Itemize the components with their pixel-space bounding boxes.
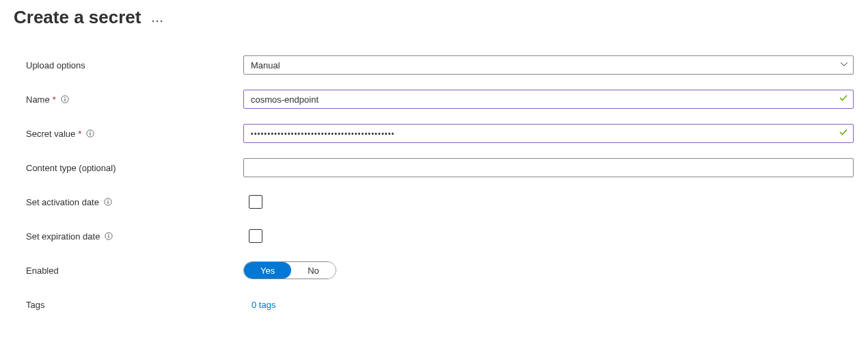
label-text: Set expiration date	[26, 231, 100, 242]
svg-rect-5	[64, 99, 65, 101]
row-name: Name *	[26, 90, 854, 109]
label-text: Upload options	[26, 60, 85, 70]
svg-point-1	[157, 20, 159, 22]
svg-point-10	[107, 200, 108, 201]
tags-link[interactable]: 0 tags	[252, 300, 275, 310]
required-indicator: *	[53, 94, 56, 105]
label-activation-date: Set activation date	[26, 197, 243, 207]
info-icon[interactable]	[105, 232, 113, 240]
upload-options-select[interactable]: Manual	[243, 55, 854, 75]
label-expiration-date: Set expiration date	[26, 231, 243, 242]
enabled-toggle-yes[interactable]: Yes	[244, 262, 291, 279]
label-text: Secret value	[26, 129, 75, 139]
info-icon[interactable]	[61, 95, 69, 103]
label-tags: Tags	[26, 300, 243, 310]
svg-rect-14	[109, 235, 109, 238]
label-enabled: Enabled	[26, 266, 243, 276]
row-upload-options: Upload options Manual	[26, 55, 854, 75]
upload-options-value: Manual	[243, 55, 854, 75]
svg-rect-8	[90, 133, 91, 135]
row-expiration-date: Set expiration date	[26, 227, 854, 246]
expiration-date-checkbox[interactable]	[249, 229, 262, 243]
row-enabled: Enabled Yes No	[26, 261, 854, 280]
name-input[interactable]	[243, 90, 854, 109]
more-icon[interactable]	[152, 13, 163, 25]
info-icon[interactable]	[104, 198, 112, 206]
row-content-type: Content type (optional)	[26, 158, 854, 177]
row-activation-date: Set activation date	[26, 192, 854, 211]
page-header: Create a secret	[14, 0, 854, 55]
label-text: Tags	[26, 300, 44, 310]
label-secret-value: Secret value *	[26, 129, 243, 139]
row-secret-value: Secret value * •••••••••••••••••••••••••…	[26, 124, 854, 143]
svg-point-2	[161, 20, 163, 22]
svg-point-4	[64, 97, 65, 98]
svg-rect-11	[107, 201, 108, 204]
label-text: Content type (optional)	[26, 163, 116, 173]
label-name: Name *	[26, 94, 243, 105]
create-secret-form: Upload options Manual Name *	[14, 55, 854, 314]
required-indicator: *	[78, 129, 81, 139]
content-type-input[interactable]	[243, 158, 854, 177]
label-content-type: Content type (optional)	[26, 163, 243, 173]
enabled-toggle: Yes No	[243, 261, 336, 279]
label-text: Set activation date	[26, 197, 99, 207]
info-icon[interactable]	[86, 129, 94, 138]
row-tags: Tags 0 tags	[26, 295, 854, 314]
label-text: Name	[26, 94, 50, 105]
svg-point-13	[109, 234, 109, 235]
page-title: Create a secret	[14, 7, 141, 28]
activation-date-checkbox[interactable]	[249, 195, 262, 209]
svg-point-7	[90, 131, 91, 132]
label-upload-options: Upload options	[26, 60, 243, 70]
label-text: Enabled	[26, 266, 59, 276]
svg-point-0	[152, 20, 154, 22]
enabled-toggle-no[interactable]: No	[291, 262, 336, 279]
secret-value-input[interactable]: ••••••••••••••••••••••••••••••••••••••••…	[243, 124, 854, 143]
